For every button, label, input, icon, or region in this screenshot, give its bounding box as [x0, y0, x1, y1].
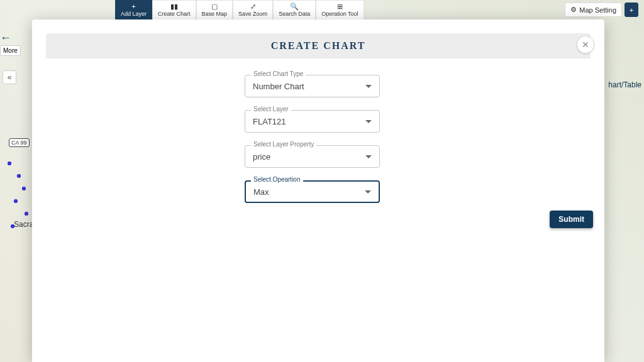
chart-type-value: Number Chart: [253, 82, 304, 91]
submit-button[interactable]: Submit: [550, 211, 593, 228]
close-icon: ✕: [582, 40, 589, 50]
chart-type-label: Select Chart Type: [251, 70, 306, 77]
chevron-down-icon: [365, 85, 372, 88]
layer-field[interactable]: Select Layer FLAT121: [245, 110, 381, 133]
operation-label: Select Opeartion: [251, 176, 303, 183]
operation-value: Max: [253, 187, 269, 197]
layer-property-label: Select Layer Property: [251, 141, 316, 148]
chart-type-field[interactable]: Select Chart Type Number Chart: [245, 75, 381, 97]
chevron-down-icon: [365, 190, 371, 194]
operation-field[interactable]: Select Opeartion Max: [245, 180, 381, 203]
modal-overlay: CREATE CHART ✕ Select Chart Type Number …: [0, 0, 644, 362]
layer-value: FLAT121: [253, 117, 286, 126]
chevron-down-icon: [365, 120, 372, 123]
create-chart-form: Select Chart Type Number Chart Select La…: [32, 58, 381, 216]
modal-header: CREATE CHART ✕: [46, 33, 591, 58]
layer-property-value: price: [253, 152, 270, 162]
modal-title: CREATE CHART: [271, 40, 366, 52]
close-button[interactable]: ✕: [577, 36, 594, 53]
layer-label: Select Layer: [251, 106, 291, 112]
create-chart-modal: CREATE CHART ✕ Select Chart Type Number …: [32, 19, 604, 362]
layer-property-field[interactable]: Select Layer Property price: [245, 145, 381, 168]
chevron-down-icon: [365, 155, 372, 158]
